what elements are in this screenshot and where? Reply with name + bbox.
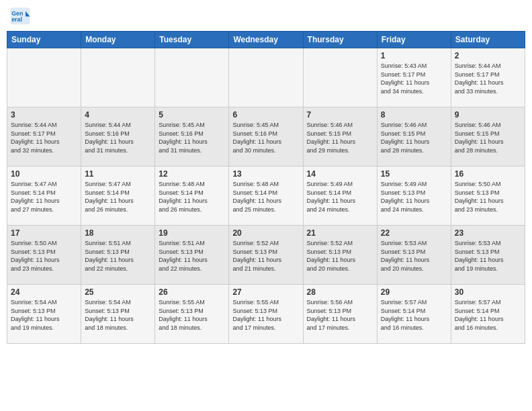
day-info: Sunrise: 5:49 AMSunset: 5:14 PMDaylight:… <box>307 180 373 214</box>
calendar-cell: 13Sunrise: 5:48 AMSunset: 5:14 PMDayligh… <box>229 167 303 226</box>
day-info: Sunrise: 5:53 AMSunset: 5:13 PMDaylight:… <box>381 239 447 273</box>
calendar-cell <box>7 48 81 107</box>
calendar-cell: 26Sunrise: 5:55 AMSunset: 5:13 PMDayligh… <box>155 285 229 344</box>
calendar-cell: 29Sunrise: 5:57 AMSunset: 5:14 PMDayligh… <box>377 285 451 344</box>
calendar-cell: 2Sunrise: 5:44 AMSunset: 5:17 PMDaylight… <box>451 48 525 107</box>
day-number: 30 <box>455 287 521 297</box>
day-number: 4 <box>85 110 151 120</box>
calendar-cell: 18Sunrise: 5:51 AMSunset: 5:13 PMDayligh… <box>81 226 155 285</box>
day-info: Sunrise: 5:50 AMSunset: 5:13 PMDaylight:… <box>455 180 521 214</box>
day-number: 24 <box>11 287 77 297</box>
svg-text:eral: eral <box>11 16 22 23</box>
day-info: Sunrise: 5:52 AMSunset: 5:13 PMDaylight:… <box>307 239 373 273</box>
calendar-cell: 23Sunrise: 5:53 AMSunset: 5:13 PMDayligh… <box>451 226 525 285</box>
day-info: Sunrise: 5:51 AMSunset: 5:13 PMDaylight:… <box>85 239 151 273</box>
day-number: 8 <box>381 110 447 120</box>
calendar-cell <box>155 48 229 107</box>
weekday-header: Saturday <box>451 32 525 48</box>
day-info: Sunrise: 5:43 AMSunset: 5:17 PMDaylight:… <box>381 62 447 95</box>
calendar-cell: 5Sunrise: 5:45 AMSunset: 5:16 PMDaylight… <box>155 107 229 167</box>
day-info: Sunrise: 5:55 AMSunset: 5:13 PMDaylight:… <box>159 298 225 332</box>
day-info: Sunrise: 5:56 AMSunset: 5:13 PMDaylight:… <box>307 298 373 332</box>
calendar-cell: 17Sunrise: 5:50 AMSunset: 5:13 PMDayligh… <box>7 226 81 285</box>
day-number: 12 <box>159 169 225 179</box>
day-info: Sunrise: 5:47 AMSunset: 5:14 PMDaylight:… <box>11 180 77 214</box>
day-info: Sunrise: 5:44 AMSunset: 5:17 PMDaylight:… <box>455 62 521 95</box>
day-number: 5 <box>159 110 225 120</box>
page-header: Gen eral <box>7 7 525 26</box>
day-info: Sunrise: 5:57 AMSunset: 5:14 PMDaylight:… <box>455 298 521 332</box>
logo-icon: Gen eral <box>9 7 31 26</box>
day-number: 3 <box>11 110 77 120</box>
day-number: 26 <box>159 287 225 297</box>
day-info: Sunrise: 5:55 AMSunset: 5:13 PMDaylight:… <box>232 298 299 332</box>
day-info: Sunrise: 5:49 AMSunset: 5:13 PMDaylight:… <box>381 180 447 214</box>
calendar-cell: 21Sunrise: 5:52 AMSunset: 5:13 PMDayligh… <box>303 226 377 285</box>
calendar-cell: 12Sunrise: 5:48 AMSunset: 5:14 PMDayligh… <box>155 167 229 226</box>
day-number: 19 <box>159 228 225 238</box>
day-number: 7 <box>307 110 373 120</box>
calendar-cell: 1Sunrise: 5:43 AMSunset: 5:17 PMDaylight… <box>377 48 451 107</box>
calendar-cell: 22Sunrise: 5:53 AMSunset: 5:13 PMDayligh… <box>377 226 451 285</box>
calendar-cell: 15Sunrise: 5:49 AMSunset: 5:13 PMDayligh… <box>377 167 451 226</box>
calendar-cell: 6Sunrise: 5:45 AMSunset: 5:16 PMDaylight… <box>229 107 303 167</box>
day-number: 15 <box>381 169 447 179</box>
day-info: Sunrise: 5:44 AMSunset: 5:17 PMDaylight:… <box>11 121 77 154</box>
day-number: 10 <box>11 169 77 179</box>
day-number: 21 <box>307 228 373 238</box>
calendar-cell: 3Sunrise: 5:44 AMSunset: 5:17 PMDaylight… <box>7 107 81 167</box>
day-number: 25 <box>85 287 151 297</box>
day-info: Sunrise: 5:46 AMSunset: 5:15 PMDaylight:… <box>381 121 447 154</box>
day-number: 13 <box>232 169 299 179</box>
day-number: 1 <box>381 51 447 60</box>
calendar-cell <box>81 48 155 107</box>
calendar-cell: 19Sunrise: 5:51 AMSunset: 5:13 PMDayligh… <box>155 226 229 285</box>
calendar-week-row: 17Sunrise: 5:50 AMSunset: 5:13 PMDayligh… <box>7 226 525 285</box>
calendar-cell: 8Sunrise: 5:46 AMSunset: 5:15 PMDaylight… <box>377 107 451 167</box>
day-info: Sunrise: 5:48 AMSunset: 5:14 PMDaylight:… <box>232 180 299 214</box>
day-info: Sunrise: 5:46 AMSunset: 5:15 PMDaylight:… <box>307 121 373 154</box>
day-number: 27 <box>232 287 299 297</box>
svg-text:Gen: Gen <box>11 10 23 17</box>
calendar-week-row: 1Sunrise: 5:43 AMSunset: 5:17 PMDaylight… <box>7 48 525 107</box>
calendar-cell: 27Sunrise: 5:55 AMSunset: 5:13 PMDayligh… <box>229 285 303 344</box>
calendar-week-row: 24Sunrise: 5:54 AMSunset: 5:13 PMDayligh… <box>7 285 525 344</box>
weekday-header: Thursday <box>303 32 377 48</box>
day-info: Sunrise: 5:45 AMSunset: 5:16 PMDaylight:… <box>232 121 299 154</box>
weekday-header: Monday <box>81 32 155 48</box>
day-info: Sunrise: 5:54 AMSunset: 5:13 PMDaylight:… <box>11 298 77 332</box>
calendar-cell: 20Sunrise: 5:52 AMSunset: 5:13 PMDayligh… <box>229 226 303 285</box>
weekday-header: Tuesday <box>155 32 229 48</box>
calendar-cell: 11Sunrise: 5:47 AMSunset: 5:14 PMDayligh… <box>81 167 155 226</box>
day-number: 14 <box>307 169 373 179</box>
calendar-cell: 9Sunrise: 5:46 AMSunset: 5:15 PMDaylight… <box>451 107 525 167</box>
weekday-header: Wednesday <box>229 32 303 48</box>
day-number: 6 <box>232 110 299 120</box>
calendar-cell: 16Sunrise: 5:50 AMSunset: 5:13 PMDayligh… <box>451 167 525 226</box>
day-number: 20 <box>232 228 299 238</box>
day-info: Sunrise: 5:46 AMSunset: 5:15 PMDaylight:… <box>455 121 521 154</box>
day-number: 23 <box>455 228 521 238</box>
day-number: 17 <box>11 228 77 238</box>
calendar-table: SundayMondayTuesdayWednesdayThursdayFrid… <box>7 31 525 344</box>
calendar-cell: 24Sunrise: 5:54 AMSunset: 5:13 PMDayligh… <box>7 285 81 344</box>
day-number: 28 <box>307 287 373 297</box>
day-number: 9 <box>455 110 521 120</box>
calendar-week-row: 3Sunrise: 5:44 AMSunset: 5:17 PMDaylight… <box>7 107 525 167</box>
day-number: 16 <box>455 169 521 179</box>
day-info: Sunrise: 5:45 AMSunset: 5:16 PMDaylight:… <box>159 121 225 154</box>
day-info: Sunrise: 5:54 AMSunset: 5:13 PMDaylight:… <box>85 298 151 332</box>
logo: Gen eral <box>9 7 34 26</box>
calendar-cell: 10Sunrise: 5:47 AMSunset: 5:14 PMDayligh… <box>7 167 81 226</box>
weekday-header: Friday <box>377 32 451 48</box>
day-info: Sunrise: 5:48 AMSunset: 5:14 PMDaylight:… <box>159 180 225 214</box>
day-info: Sunrise: 5:53 AMSunset: 5:13 PMDaylight:… <box>455 239 521 273</box>
calendar-cell: 14Sunrise: 5:49 AMSunset: 5:14 PMDayligh… <box>303 167 377 226</box>
day-info: Sunrise: 5:44 AMSunset: 5:16 PMDaylight:… <box>85 121 151 154</box>
calendar-cell: 25Sunrise: 5:54 AMSunset: 5:13 PMDayligh… <box>81 285 155 344</box>
day-number: 29 <box>381 287 447 297</box>
day-info: Sunrise: 5:47 AMSunset: 5:14 PMDaylight:… <box>85 180 151 214</box>
day-number: 11 <box>85 169 151 179</box>
day-info: Sunrise: 5:50 AMSunset: 5:13 PMDaylight:… <box>11 239 77 273</box>
calendar-cell <box>303 48 377 107</box>
